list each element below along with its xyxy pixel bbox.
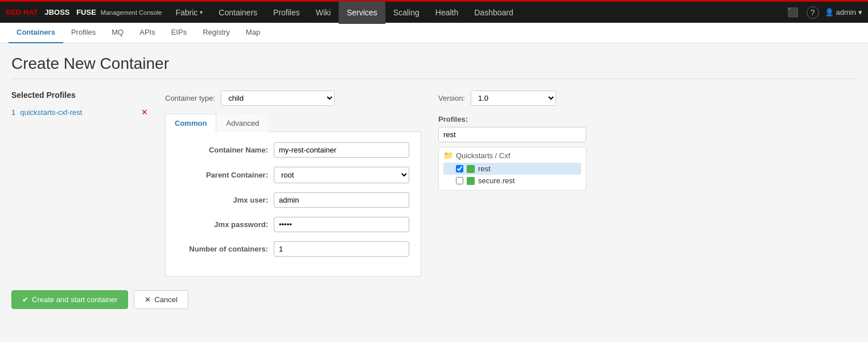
profile-remove-button[interactable]: ✕: [141, 108, 148, 117]
subnav-eips[interactable]: EIPs: [163, 23, 195, 43]
bottom-actions: ✔ Create and start container ✕ Cancel: [11, 290, 857, 309]
tab-advanced[interactable]: Advanced: [216, 114, 269, 132]
nav-scaling[interactable]: Scaling: [385, 1, 427, 24]
brand-console: Management Console: [101, 9, 162, 16]
profile-secure-rest-icon: [467, 177, 475, 185]
nav-dashboard[interactable]: Dashboard: [466, 1, 521, 24]
container-name-input[interactable]: [274, 142, 409, 158]
subnav-apis[interactable]: APIs: [131, 23, 163, 43]
profile-tree-item-rest[interactable]: rest: [443, 163, 581, 175]
version-row: Version: 1.0 1.1 1.2: [438, 90, 586, 106]
num-containers-row: Number of containers:: [177, 241, 409, 257]
profile-rest-label: rest: [478, 164, 491, 173]
selected-profiles-panel: Selected Profiles 1 quickstarts-cxf-rest…: [11, 90, 148, 119]
content-area: Selected Profiles 1 quickstarts-cxf-rest…: [11, 90, 857, 277]
checkmark-icon: ✔: [22, 295, 28, 304]
create-label: Create and start container: [32, 295, 117, 304]
brand-jboss: JBOSS: [44, 8, 69, 17]
times-icon: ✕: [145, 295, 151, 304]
nav-health[interactable]: Health: [427, 1, 466, 24]
main-content: Create New Container Selected Profiles 1…: [0, 43, 868, 320]
profiles-tree: 📁 Quickstarts / Cxf rest secure.rest: [438, 147, 586, 191]
container-name-label: Container Name:: [177, 146, 268, 154]
version-label: Version:: [438, 94, 465, 102]
subnav: Containers Profiles MQ APIs EIPs Registr…: [0, 23, 868, 43]
container-name-row: Container Name:: [177, 142, 409, 158]
page-title: Create New Container: [11, 55, 857, 79]
jmx-user-row: Jmx user:: [177, 192, 409, 208]
user-icon: 👤: [825, 8, 834, 17]
profile-rest-checkbox[interactable]: [456, 165, 463, 172]
version-select[interactable]: 1.0 1.1 1.2: [471, 90, 556, 106]
subnav-containers[interactable]: Containers: [9, 23, 63, 43]
tab-content-common: Container Name: Parent Container: root J…: [165, 132, 421, 277]
brand: RED HAT JBOSS FUSE Management Console: [6, 8, 162, 17]
profile-name-link[interactable]: quickstarts-cxf-rest: [20, 108, 82, 117]
help-icon[interactable]: ?: [807, 6, 819, 19]
jmx-password-label: Jmx password:: [177, 220, 268, 229]
topbar-right: ⬛ ? 👤 admin ▾: [785, 5, 862, 20]
jmx-password-input[interactable]: [274, 217, 409, 232]
brand-red: RED HAT: [6, 8, 38, 17]
create-container-button[interactable]: ✔ Create and start container: [11, 290, 128, 309]
profiles-tree-folder[interactable]: 📁 Quickstarts / Cxf: [443, 151, 581, 160]
nav-fabric[interactable]: Fabric ▾: [167, 1, 211, 24]
profile-secure-rest-label: secure.rest: [478, 176, 515, 185]
profiles-selector-panel: Version: 1.0 1.1 1.2 Profiles: 📁 Quickst…: [438, 90, 586, 191]
parent-container-select[interactable]: root: [274, 167, 409, 183]
profile-tree-item-secure-rest[interactable]: secure.rest: [443, 175, 581, 187]
cancel-label: Cancel: [154, 295, 177, 304]
folder-label: Quickstarts / Cxf: [456, 151, 510, 160]
container-type-row: Container type: child ssh docker jclouds: [165, 90, 421, 106]
topbar: RED HAT JBOSS FUSE Management Console Fa…: [0, 0, 868, 23]
profiles-search-input[interactable]: [438, 127, 586, 142]
nav-profiles[interactable]: Profiles: [265, 1, 308, 24]
brand-fuse: FUSE: [76, 8, 96, 17]
user-dropdown-arrow: ▾: [858, 8, 862, 17]
num-containers-input[interactable]: [274, 241, 409, 257]
parent-container-row: Parent Container: root: [177, 167, 409, 183]
container-type-label: Container type:: [165, 94, 215, 102]
tab-common[interactable]: Common: [165, 114, 216, 132]
parent-container-label: Parent Container:: [177, 171, 268, 179]
fabric-dropdown-arrow: ▾: [200, 9, 203, 15]
subnav-map[interactable]: Map: [238, 23, 268, 43]
jmx-password-row: Jmx password:: [177, 217, 409, 232]
jmx-user-label: Jmx user:: [177, 196, 268, 204]
subnav-registry[interactable]: Registry: [195, 23, 238, 43]
num-containers-label: Number of containers:: [177, 245, 268, 253]
user-name: admin: [836, 8, 856, 17]
cancel-button[interactable]: ✕ Cancel: [134, 290, 188, 309]
container-type-select[interactable]: child ssh docker jclouds: [221, 90, 335, 106]
num-containers-spinner: [274, 241, 409, 257]
profile-secure-rest-checkbox[interactable]: [456, 177, 463, 184]
selected-profiles-heading: Selected Profiles: [11, 90, 148, 100]
subnav-profiles[interactable]: Profiles: [63, 23, 104, 43]
nav-services[interactable]: Services: [339, 1, 385, 24]
monitor-icon[interactable]: ⬛: [785, 5, 801, 20]
main-nav: Fabric ▾ Containers Profiles Wiki Servic…: [167, 1, 784, 24]
form-tabs: Common Advanced: [165, 114, 421, 132]
profiles-panel-label: Profiles:: [438, 115, 586, 123]
folder-icon: 📁: [443, 151, 453, 160]
user-menu[interactable]: 👤 admin ▾: [825, 8, 862, 17]
nav-wiki[interactable]: Wiki: [308, 1, 339, 24]
profile-item: 1 quickstarts-cxf-rest ✕: [11, 105, 148, 119]
jmx-user-input[interactable]: [274, 192, 409, 208]
profile-num: 1: [11, 108, 15, 117]
nav-containers[interactable]: Containers: [211, 1, 265, 24]
profile-rest-icon: [467, 165, 475, 173]
container-form-panel: Container type: child ssh docker jclouds…: [165, 90, 421, 277]
subnav-mq[interactable]: MQ: [104, 23, 131, 43]
